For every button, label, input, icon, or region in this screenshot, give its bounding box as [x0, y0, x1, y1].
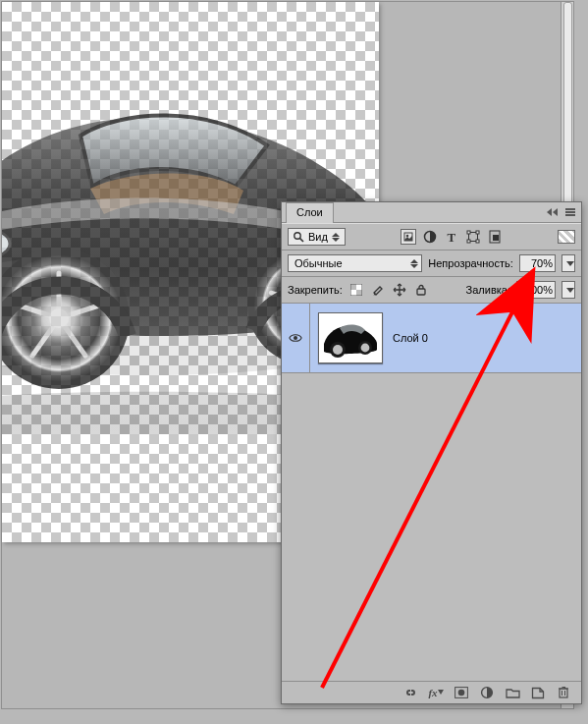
svg-point-25 — [406, 235, 409, 238]
svg-rect-33 — [493, 235, 499, 241]
lock-paint-icon[interactable] — [370, 282, 386, 298]
circle-half-icon[interactable] — [479, 685, 495, 700]
fill-field[interactable]: 100% — [516, 281, 556, 299]
collapse-icon[interactable] — [546, 205, 560, 219]
svg-rect-20 — [565, 211, 575, 213]
adjust-icon[interactable] — [422, 229, 438, 245]
blend-mode-value: Обычные — [294, 257, 343, 269]
svg-point-22 — [294, 233, 300, 239]
image-filter-icon[interactable] — [401, 229, 416, 245]
svg-rect-21 — [565, 214, 575, 216]
lock-position-icon[interactable] — [392, 282, 407, 298]
svg-rect-34 — [350, 284, 356, 290]
blend-row: Обычные Непрозрачность: 70% — [282, 251, 581, 277]
svg-rect-35 — [356, 290, 362, 296]
svg-rect-31 — [476, 240, 479, 243]
lock-all-icon[interactable] — [413, 282, 429, 298]
filter-row: Вид T — [282, 223, 581, 251]
opacity-field[interactable]: 70% — [519, 254, 556, 272]
svg-rect-19 — [565, 208, 575, 210]
opacity-dropdown-button[interactable] — [561, 254, 575, 272]
lock-transparency-icon[interactable] — [348, 282, 364, 298]
svg-rect-37 — [350, 290, 356, 296]
layer-name[interactable]: Слой 0 — [391, 332, 428, 344]
fill-dropdown-button[interactable] — [561, 281, 575, 299]
text-icon[interactable]: T — [444, 229, 459, 245]
fill-value: 100% — [525, 284, 553, 296]
transform-icon[interactable] — [465, 229, 481, 245]
mask-icon[interactable] — [454, 685, 469, 700]
layer-thumbnail[interactable] — [318, 312, 383, 363]
search-icon — [293, 231, 304, 243]
lock-row: Закрепить: Заливка: 100% — [282, 277, 581, 304]
filter-toggle[interactable] — [558, 230, 575, 244]
svg-point-40 — [294, 336, 297, 340]
link-icon[interactable] — [402, 685, 418, 700]
fill-label: Заливка: — [466, 284, 510, 296]
search-kind-select[interactable]: Вид — [288, 228, 346, 246]
svg-point-47 — [458, 690, 465, 696]
lock-label: Закрепить: — [288, 284, 343, 296]
panel-menu-icon[interactable] — [563, 205, 577, 219]
layer-row[interactable]: Слой 0 — [282, 304, 581, 372]
fx-icon[interactable]: fx — [428, 685, 444, 700]
search-kind-label: Вид — [308, 231, 328, 243]
panel-footer: fx — [282, 681, 581, 703]
svg-rect-29 — [476, 231, 479, 234]
svg-point-43 — [333, 345, 343, 355]
trash-icon[interactable] — [556, 685, 571, 700]
panel-titlebar[interactable]: Слои — [282, 202, 581, 223]
opacity-label: Непрозрачность: — [428, 257, 512, 269]
svg-rect-49 — [560, 689, 567, 697]
eye-icon — [289, 332, 302, 344]
tab-label: Слои — [296, 206, 323, 218]
svg-rect-28 — [467, 231, 470, 234]
visibility-toggle[interactable] — [282, 304, 310, 372]
folder-icon[interactable] — [505, 685, 520, 700]
svg-rect-30 — [467, 240, 470, 243]
svg-line-23 — [300, 239, 303, 242]
svg-rect-39 — [417, 289, 425, 295]
new-layer-icon[interactable] — [530, 685, 546, 700]
blend-mode-select[interactable]: Обычные — [288, 254, 422, 272]
layers-panel: Слои Вид T — [281, 201, 582, 704]
opacity-value: 70% — [531, 257, 553, 269]
smart-object-icon[interactable] — [487, 229, 503, 245]
tab-layers[interactable]: Слои — [286, 202, 334, 223]
svg-rect-36 — [356, 284, 362, 290]
svg-point-10 — [49, 308, 69, 328]
svg-point-45 — [361, 344, 370, 353]
layer-list: Слой 0 — [282, 304, 581, 373]
